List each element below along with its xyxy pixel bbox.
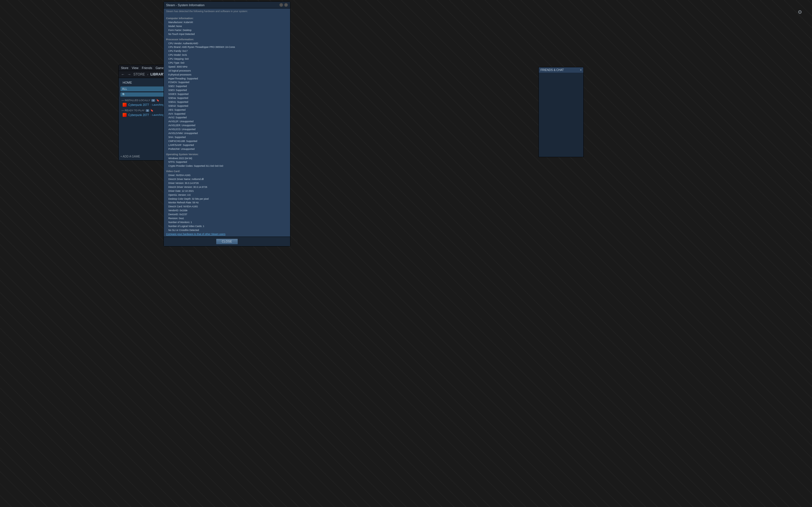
computer-info-title: Computer Information: [166, 17, 288, 20]
os-info-title: Operating System Version: [166, 153, 288, 156]
os-row-1: NTFS: Supported [166, 160, 288, 164]
ready-count: 1 [146, 109, 149, 112]
proc-row-27: PrefetchW: Unsupported [166, 147, 288, 151]
nav-back-arrow[interactable]: ← [121, 72, 125, 76]
video-row-3: DirectX Driver Version: 30.0.14.9726 [166, 185, 288, 189]
proc-row-9: HyperThreading: Supported [166, 77, 288, 81]
dialog-close-btn[interactable]: × [284, 3, 288, 7]
video-row-1: DirectX Driver Name: nvldumd.dll [166, 177, 288, 181]
proc-row-20: AVX512F: Unsupported [166, 120, 288, 124]
proc-row-0: CPU Vendor: AuthenticAMD [166, 42, 288, 46]
nav-separator: › [147, 73, 148, 76]
ready-bookmark-icon: 🔖 [150, 109, 153, 112]
computer-info-row-3: No Touch Input Detected [166, 33, 288, 36]
ready-game-name-1: Cyberpunk 2077 [128, 114, 149, 117]
video-row-2: Driver Version: 30.0.14.9726 [166, 181, 288, 185]
cyberpunk-icon-1 [123, 103, 126, 107]
dialog-scrollable-content[interactable]: Computer Information: Manufacturer: Kube… [164, 14, 290, 231]
home-label: HOME [123, 81, 132, 84]
installed-game-status-1: - Launching [151, 103, 164, 106]
nav-library-label[interactable]: LIBRARY [150, 72, 165, 76]
proc-row-23: AVX512VNNI: Unsupported [166, 131, 288, 135]
proc-row-21: AVX512ER: Unsupported [166, 124, 288, 128]
installed-game-name-1: Cyberpunk 2077 [128, 103, 149, 107]
video-row-14: No SLI or Crossfire Detected [166, 228, 288, 231]
proc-row-12: SSE3: Supported [166, 89, 288, 93]
video-row-13: Number of Logical Video Cards: 1 [166, 224, 288, 228]
menu-friends[interactable]: Friends [142, 66, 152, 69]
computer-info-row-1: Model: None [166, 24, 288, 29]
add-game-button[interactable]: + ADD A GAME [120, 155, 140, 158]
video-row-0: Driver: NVIDIA A16G [166, 173, 288, 177]
installed-label: — INSTALLED LOCALLY [121, 99, 150, 102]
dialog-subtitle: Steam has detected the following hardwar… [164, 8, 290, 14]
proc-row-8: 8 physical processors [166, 73, 288, 77]
proc-row-2: CPU Family: 0x17 [166, 49, 288, 53]
video-row-7: Monitor Refresh Rate: 59 Hz [166, 201, 288, 205]
search-icon: 🔍 [122, 93, 125, 96]
computer-info-row-0: Manufacturer: KubeVirt [166, 20, 288, 24]
dialog-controls: − × [280, 3, 288, 7]
friends-panel: FRIENDS & CHAT + [539, 67, 583, 157]
settings-icon[interactable]: ⚙ [796, 8, 804, 16]
friends-label: FRIENDS & CHAT [541, 68, 564, 71]
video-row-5: OpenGL Version: 4.6 [166, 193, 288, 197]
proc-row-10: FCMOV: Supported [166, 80, 288, 84]
proc-row-3: CPU Model: 0x31 [166, 53, 288, 57]
proc-row-19: AVX2: Supported [166, 116, 288, 120]
video-row-10: DeviceID: 0x2237 [166, 213, 288, 217]
close-button[interactable]: CLOSE [216, 238, 238, 244]
ready-label: — READY TO PLAY [121, 109, 145, 112]
dialog-footer: CLOSE [164, 237, 290, 246]
proc-row-18: AVX: Supported [166, 112, 288, 116]
proc-row-24: SHA: Supported [166, 135, 288, 139]
ready-game-status-1: - Launching [151, 114, 164, 116]
proc-row-4: CPU Stepping: 0x0 [166, 57, 288, 61]
menu-view[interactable]: View [132, 66, 139, 69]
proc-row-7: 16 logical processors [166, 69, 288, 73]
menu-store[interactable]: Store [121, 66, 128, 69]
dialog-minimize-btn[interactable]: − [280, 3, 283, 7]
proc-row-13: SSSE3: Supported [166, 93, 288, 96]
proc-row-25: CMPXCHG16B: Supported [166, 139, 288, 144]
os-row-0: Windows 2022 (64 bit) [166, 157, 288, 161]
proc-row-17: AES: Supported [166, 108, 288, 112]
proc-row-1: CPU Brand: AMD Ryzen Threadripper PRO 39… [166, 45, 288, 49]
nav-store-label[interactable]: STORE [133, 72, 145, 76]
video-row-11: Revision: 0xa1 [166, 217, 288, 221]
os-row-2: Crypto Provider Codes: Supported 311 0x0… [166, 164, 288, 168]
proc-row-14: SSE4a: Supported [166, 96, 288, 100]
proc-row-6: Speed: 3000 MHz [166, 65, 288, 69]
video-row-8: DirectX Card: NVIDIA A16G [166, 205, 288, 209]
proc-row-11: SSE2: Supported [166, 84, 288, 89]
installed-count: 1 [151, 99, 155, 102]
proc-row-15: SSE41: Supported [166, 100, 288, 104]
proc-row-22: AVX512CD: Unsupported [166, 128, 288, 131]
video-row-12: Number of Monitors: 1 [166, 221, 288, 224]
friends-add-icon[interactable]: + [580, 68, 581, 71]
installed-bookmark-icon: 🔖 [156, 99, 159, 102]
video-info-title: Video Card: [166, 170, 288, 173]
nav-forward-arrow[interactable]: → [127, 72, 131, 76]
compare-link[interactable]: Compare your hardware to that of other S… [164, 231, 290, 237]
add-game-label: + ADD A GAME [120, 155, 140, 158]
filter-label: ALL [122, 87, 167, 91]
proc-row-5: CPU Type: 0x0 [166, 61, 288, 65]
video-row-6: Desktop Color Depth: 32 bits per pixel [166, 197, 288, 201]
system-info-dialog: Steam - System Information − × Steam has… [163, 1, 290, 246]
video-row-4: Driver Date: 12 10 2021 [166, 189, 288, 193]
dialog-title: Steam - System Information [166, 3, 204, 7]
computer-info-row-2: Form Factor: Desktop [166, 29, 288, 33]
proc-row-26: LAHF/SAHF: Supported [166, 144, 288, 147]
cyberpunk-icon-2 [123, 113, 126, 117]
video-row-9: VendorID: 0x10de [166, 209, 288, 213]
dialog-title-bar: Steam - System Information − × [164, 2, 290, 8]
proc-row-16: SSE42: Supported [166, 104, 288, 108]
processor-info-title: Processor Information: [166, 38, 288, 41]
friends-panel-header: FRIENDS & CHAT + [539, 67, 583, 73]
